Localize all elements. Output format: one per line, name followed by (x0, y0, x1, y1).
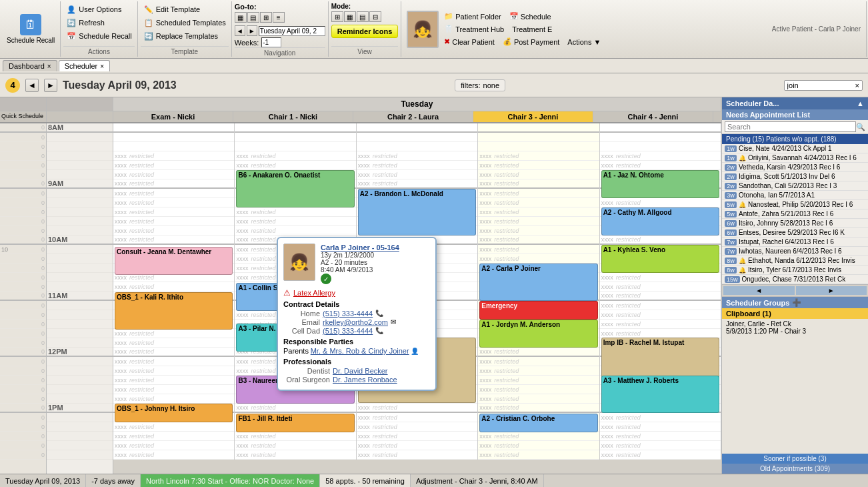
appointment-block[interactable]: FB1 - Jill R. Itdeti (236, 414, 354, 432)
search-clear-icon[interactable]: × (855, 81, 859, 89)
edit-template-button[interactable]: ✏️ Edit Template (141, 3, 229, 16)
patient-list-item[interactable]: 3w Otonoha, Ian 5/7/2013 A1 (722, 191, 868, 200)
patient-list-item[interactable]: 8w 🔔 Ethahot, Nanda 6/12/2013 Rec Invis (722, 256, 868, 266)
mode-2-btn[interactable]: ▦ (344, 11, 356, 22)
view-day-btn[interactable]: ▦ (235, 12, 247, 23)
next-day-button[interactable]: ► (44, 79, 57, 92)
treatment-hub-button[interactable]: 🦷 Treatment Hub (441, 23, 507, 35)
popup-dentist-value[interactable]: Dr. David Becker (333, 367, 388, 375)
patient-flag-icon: 🔔 (739, 258, 746, 264)
popup-home-phone[interactable]: (515) 333-4444 (323, 310, 373, 318)
appointment-block[interactable]: A1 - Jaz N. Ohtome (601, 170, 719, 198)
patient-list-item[interactable]: 7w Istupat, Rachel 6/4/2013 Rec I 6 (722, 237, 868, 247)
view-list-btn[interactable]: ≡ (273, 12, 285, 23)
patient-list-item[interactable]: 5w 🔔 Nanosteat, Philip 5/20/2013 Rec I 6 (722, 200, 868, 209)
col-chair3-jenni[interactable]: xxxxrestrictedxxxxrestrictedxxxxrestrict… (478, 123, 599, 460)
nav-prev-btn[interactable]: ◄ (235, 25, 245, 36)
popup-oral-surgeon-value[interactable]: Dr. James Ronbace (333, 376, 397, 384)
appointment-block[interactable]: B6 - Anakaren O. Onaetist (236, 170, 354, 207)
search-input[interactable] (787, 81, 854, 89)
scroll-right-btn[interactable]: ► (796, 286, 867, 295)
patient-search-area[interactable]: 🔍 (722, 120, 868, 134)
reminder-icons-button[interactable]: Reminder Icons (331, 25, 399, 38)
patient-name: Vetheda, Karsin 4/29/2013 Rec I 6 (739, 163, 840, 171)
patient-list-item[interactable]: 7w Iwhotas, Naureen 6/4/2013 Rec I 6 (722, 247, 868, 256)
patient-list-item[interactable]: 6w Itsiro, Johnny 5/28/2013 Rec I 6 (722, 219, 868, 228)
appointment-block[interactable]: A2 - Cristian C. Orbohe (479, 414, 597, 432)
old-appointments-button[interactable]: Old Appointments (309) (722, 464, 868, 474)
clipboard-item-0[interactable]: Joiner, Carlie - Ret Ck5/9/2013 1:20 PM … (722, 319, 868, 336)
patient-name: Itsiro, Johnny 5/28/2013 Rec I 6 (739, 219, 833, 227)
popup-cell-icon[interactable]: 📞 (375, 327, 383, 335)
treatment-e-button[interactable]: Treatment E (509, 23, 555, 35)
schedule-recall-button[interactable]: 📅 Schedule Recall (63, 29, 135, 43)
col-exam-nicki[interactable]: xxxxrestrictedxxxxrestrictedxxxxrestrict… (113, 123, 235, 460)
mode-4-btn[interactable]: ⊟ (369, 11, 381, 22)
appointment-block[interactable]: A2 - Brandon L. McDonald (358, 189, 476, 235)
patient-list-item[interactable]: 15w Ongudec, Chase 7/31/2013 Ret Ck (722, 275, 868, 284)
prev-day-button[interactable]: ◄ (25, 79, 39, 92)
weeks-input[interactable] (261, 37, 281, 47)
schedule-button[interactable]: 📅 Schedule (507, 11, 554, 22)
today-button[interactable]: 4 (5, 78, 20, 93)
appointment-block[interactable]: OBS_1 - Johnny H. Itsiro (115, 404, 233, 422)
popup-home-phone-icon[interactable]: 📞 (375, 310, 383, 318)
patient-list-item[interactable]: 1w 🔔 Oriiyini, Savannah 4/24/2013 Rec I … (722, 153, 868, 163)
appointment-block[interactable]: Consult - Jeana M. Dentawher (115, 247, 233, 275)
popup-email-icon[interactable]: ✉ (391, 318, 396, 326)
patient-search-icon[interactable]: 🔍 (856, 123, 865, 131)
popup-cell-phone[interactable]: (515) 333-4444 (323, 327, 373, 335)
scheduled-templates-button[interactable]: 📋 Scheduled Templates (141, 16, 229, 29)
patient-list-item[interactable]: 2w Vetheda, Karsin 4/29/2013 Rec I 6 (722, 163, 868, 172)
popup-patient-name[interactable]: Carla P Joiner - 05-164 (321, 244, 430, 252)
appointment-block[interactable]: A1 - Jordyn M. Anderson (479, 320, 597, 348)
chair-header-0[interactable]: Exam - Nicki (113, 111, 233, 122)
patient-list-item[interactable]: 6w Entses, Desiree 5/29/2013 Rec I6 K (722, 228, 868, 237)
popup-parents-value[interactable]: Mr. & Mrs. Rob & Cindy Joiner (311, 347, 409, 355)
popup-email-value[interactable]: rkelley@ortho2.com (323, 318, 388, 326)
patient-list-item[interactable]: 2w Sandothan, Cali 5/2/2013 Rec I 3 (722, 181, 868, 191)
user-options-button[interactable]: 👤 User Options (63, 3, 135, 16)
appointment-block[interactable]: OBS_1 - Kali R. Ithito (115, 292, 233, 330)
actions-button[interactable]: Actions ▼ (565, 36, 603, 47)
mode-3-btn[interactable]: ▤ (357, 11, 369, 22)
replace-templates-button[interactable]: 🔄 Replace Templates (141, 29, 229, 43)
tab-scheduler[interactable]: Scheduler × (59, 60, 110, 71)
col-chair4-jenni[interactable]: xxxxrestrictedxxxxrestrictedxxxxrestrict… (600, 123, 721, 460)
patient-name: Antofe, Zahra 5/21/2013 Rec I 6 (739, 210, 833, 217)
post-payment-button[interactable]: 💰 Post Payment (500, 36, 562, 47)
refresh-button[interactable]: 🔄 Refresh (63, 16, 135, 29)
appointment-block[interactable]: A2 - Cathy M. Allgood (601, 207, 719, 235)
allergy-label[interactable]: Latex Allergy (293, 289, 335, 297)
tab-scheduler-close[interactable]: × (100, 63, 104, 70)
appointment-block[interactable]: Emergency (479, 301, 597, 320)
chair-header-2[interactable]: Chair 2 - Laura (353, 111, 473, 122)
patient-list-item[interactable]: 5w Antofe, Zahra 5/21/2013 Rec I 6 (722, 209, 868, 219)
view-month-btn[interactable]: ⊞ (260, 12, 272, 23)
patient-week-badge: 1w (725, 145, 737, 152)
chair-header-4[interactable]: Chair 4 - Jenni (593, 111, 713, 122)
search-box[interactable]: × (784, 80, 863, 91)
patient-list-item[interactable]: 8w 🔔 Itsiro, Tyler 6/17/2013 Rec Invis (722, 266, 868, 275)
sooner-button[interactable]: Sooner if possible (3) (722, 454, 868, 464)
chair-header-1[interactable]: Chair 1 - Nicki (233, 111, 353, 122)
tab-dashboard-close[interactable]: × (47, 63, 51, 70)
patient-search-input[interactable] (725, 121, 856, 132)
scroll-left-btn[interactable]: ◄ (723, 286, 795, 295)
patient-list-item[interactable]: 2w Idigima, Scott 5/1/2013 Inv Del 6 (722, 172, 868, 181)
add-group-icon[interactable]: ➕ (792, 298, 801, 307)
clear-patient-button[interactable]: ✖ Clear Patient (441, 36, 497, 47)
view-week-btn[interactable]: ▤ (247, 12, 259, 23)
tab-dashboard[interactable]: Dashboard × (3, 60, 57, 71)
right-panel-collapse-icon[interactable]: ▲ (857, 99, 864, 107)
chair-header-3[interactable]: Chair 3 - Jenni (473, 111, 593, 122)
appointment-block[interactable]: A2 - Carla P Joiner (479, 264, 597, 301)
appointment-block[interactable]: A3 - Matthew J. Roberts (601, 376, 719, 413)
patient-folder-button[interactable]: 📁 Patient Folder (441, 11, 503, 22)
mode-1-btn[interactable]: ⊞ (331, 11, 343, 22)
date-input[interactable] (259, 26, 325, 36)
appointment-block[interactable]: A1 - Kyhlea S. Veno (601, 245, 719, 273)
edit-template-icon: ✏️ (143, 4, 154, 15)
nav-next-btn[interactable]: ► (247, 25, 257, 36)
patient-list-item[interactable]: 1w Cise, Nate 4/24/2013 Ck Appl 1 (722, 144, 868, 153)
